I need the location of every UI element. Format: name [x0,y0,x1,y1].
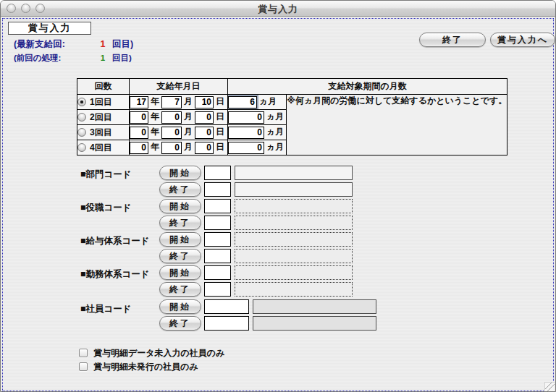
salary-system-start-code-input[interactable] [204,232,231,247]
round-2-day-input[interactable] [195,111,214,124]
unit-month: 月 [184,96,193,106]
work-system-start-button[interactable]: 開始 [159,265,201,280]
employee-start-row: 開始 [159,299,376,315]
header-count: 回数 [77,79,130,95]
round-3-year-input[interactable] [130,127,148,139]
round-1-month-input[interactable] [161,96,182,108]
department-end-name-field [235,182,353,197]
unit-day: 日 [216,142,224,152]
previous-process-suffix: 回目) [112,54,132,62]
bonus-entry-button[interactable]: 賞与入力へ [490,33,555,47]
round-2-radio[interactable] [77,113,86,122]
round-4-label: 4回目 [90,142,112,153]
previous-process-round: (前回の処理:1回目) [14,53,132,64]
salary-system-start-button[interactable]: 開始 [159,232,201,247]
round-2-month-input[interactable] [161,111,182,124]
header-date: 支給年月日 [130,79,228,95]
unit-month: 月 [184,127,193,137]
round-4-radio[interactable] [77,143,86,152]
unit-year: 年 [151,96,159,106]
unit-day: 日 [216,111,224,122]
unit-year: 年 [151,142,159,152]
unissued-detail-checkbox[interactable] [79,362,88,371]
round-1-day-input[interactable] [195,96,214,108]
position-end-name-field [235,216,353,230]
unit-months: ヵ月 [259,96,277,106]
table-row: 1回目 年月日 ヵ月 ※何ヵ月間の労働に対して支給するかということです。 [77,95,507,110]
position-end-button[interactable]: 終了 [159,216,201,230]
section-label-work-system-code: ■勤務体系コード [80,268,150,281]
department-start-row: 開始 [159,166,353,182]
round-3-radio[interactable] [77,128,86,137]
work-system-end-button[interactable]: 終了 [159,282,201,297]
employee-end-button[interactable]: 終了 [159,316,201,331]
work-system-end-code-input[interactable] [204,282,231,297]
salary-system-start-row: 開始 [159,232,353,248]
work-system-start-code-input[interactable] [204,265,231,280]
unit-day: 日 [216,127,224,137]
round-3-months-input[interactable] [228,127,264,139]
round-2-months-input[interactable] [228,111,264,124]
unit-months: ヵ月 [266,111,284,122]
previous-process-label: (前回の処理: [14,53,93,64]
latest-payment-round: (最新支給回:1回目) [14,38,133,51]
unit-months: ヵ月 [266,142,284,152]
salary-system-end-row: 終了 [159,249,353,265]
window: 賞与入力 賞与入力 (最新支給回:1回目) (前回の処理:1回目) 終了 賞与入… [0,0,556,392]
unit-month: 月 [184,111,193,122]
round-4-month-input[interactable] [161,142,182,154]
position-end-code-input[interactable] [204,216,231,230]
employee-start-code-input[interactable] [204,299,249,314]
round-1-year-input[interactable] [130,96,148,108]
previous-process-value: 1 [93,54,112,62]
unentered-detail-label: 賞与明細データ未入力の社員のみ [93,348,224,358]
round-3-day-input[interactable] [195,127,214,139]
position-start-row: 開始 [159,199,353,215]
work-system-end-row: 終了 [159,282,353,298]
department-end-code-input[interactable] [204,182,231,197]
unit-day: 日 [216,96,224,106]
resize-grip[interactable] [544,382,555,392]
section-label-position-code: ■役職コード [80,202,132,214]
window-content: 賞与入力 (最新支給回:1回目) (前回の処理:1回目) 終了 賞与入力へ 回数… [1,17,555,392]
round-1-months-input[interactable] [228,96,257,108]
filter-unentered-row: 賞与明細データ未入力の社員のみ [79,346,224,356]
salary-system-end-button[interactable]: 終了 [159,249,201,263]
employee-end-name-field [253,316,376,331]
round-4-day-input[interactable] [195,142,214,154]
filter-unissued-row: 賞与明細未発行の社員のみ [79,359,198,370]
department-end-button[interactable]: 終了 [159,182,201,197]
round-3-month-input[interactable] [161,127,182,139]
exit-button[interactable]: 終了 [419,33,486,47]
department-start-code-input[interactable] [204,166,231,180]
section-label-employee-code: ■社員コード [80,303,132,315]
employee-end-code-input[interactable] [204,316,249,331]
round-4-months-input[interactable] [228,142,264,154]
work-system-end-name-field [235,282,353,297]
work-system-start-name-field [235,265,353,280]
salary-system-end-name-field [235,249,353,263]
unit-year: 年 [151,111,159,122]
department-start-name-field [235,166,353,180]
position-end-row: 終了 [159,216,353,231]
header-months: 支給対象期間の月数 [228,79,507,95]
salary-system-end-code-input[interactable] [204,249,231,263]
position-start-button[interactable]: 開始 [159,199,201,213]
department-end-row: 終了 [159,182,353,198]
latest-payment-suffix: 回目) [112,39,133,49]
position-start-code-input[interactable] [204,199,231,213]
window-titlebar[interactable]: 賞与入力 [1,1,555,17]
window-title: 賞与入力 [1,3,555,16]
unentered-detail-checkbox[interactable] [79,349,88,357]
round-1-radio[interactable] [77,98,86,106]
employee-start-button[interactable]: 開始 [159,299,201,314]
latest-payment-label: (最新支給回: [14,38,93,51]
department-start-button[interactable]: 開始 [159,166,201,180]
round-3-label: 3回目 [90,127,112,137]
section-label-department-code: ■部門コード [80,169,132,181]
latest-payment-value: 1 [93,39,112,49]
employee-end-row: 終了 [159,316,376,332]
round-2-year-input[interactable] [130,111,148,124]
round-4-year-input[interactable] [130,142,148,154]
unit-months: ヵ月 [266,127,284,137]
